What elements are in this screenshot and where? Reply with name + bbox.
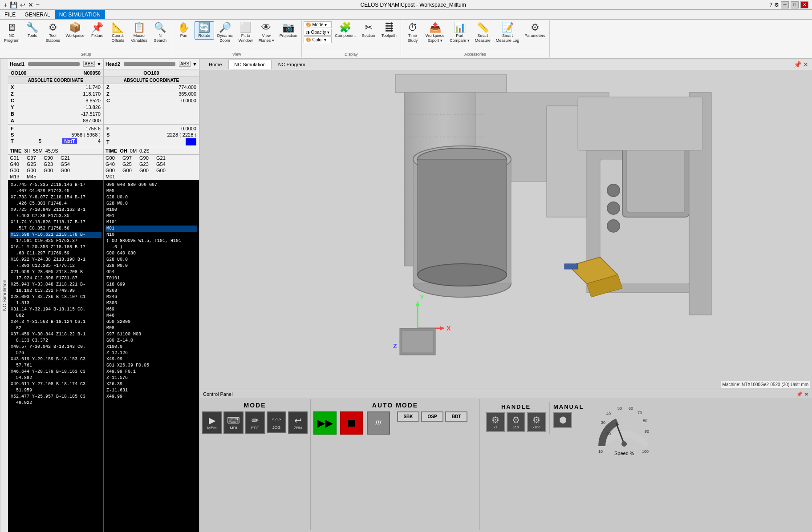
head1-scroll-icon[interactable]: ▼ — [97, 61, 102, 67]
tab-nc-program[interactable]: NC Program — [272, 60, 311, 69]
left-code-line[interactable]: X34.3 Y-31.563 B-18.124 C6.1 — [10, 319, 102, 325]
right-code-line[interactable]: G28 U0.0 — [106, 194, 197, 201]
tab-action-close[interactable]: ✕ — [803, 61, 808, 68]
auto-btn-stop[interactable]: ⏹ — [340, 411, 363, 435]
right-code-line[interactable]: G00 G40 G80 G99 G97 — [106, 182, 197, 188]
undo-icon[interactable]: ↩ — [20, 1, 25, 8]
left-code-line[interactable]: X16.1 Y-20.353 Z118.188 B-17 — [10, 244, 102, 250]
left-code-line[interactable]: X21.659 Y-28.005 Z118.208 B- — [10, 269, 102, 275]
right-code-line[interactable]: N10 — [106, 232, 197, 238]
right-code-line[interactable]: M101 — [106, 219, 197, 226]
left-code-line[interactable]: .68 C11.297 F1769.59 — [10, 250, 102, 257]
right-code-line[interactable]: X49.99 — [106, 356, 197, 363]
bdt-button[interactable]: BDT — [445, 411, 467, 422]
head1-abs-icon[interactable]: ABS — [83, 61, 95, 67]
ribbon-btn-fixture[interactable]: 📌 Fixture — [88, 21, 107, 40]
manual-btn-1[interactable]: ⬢ — [553, 412, 572, 428]
left-code-line[interactable]: X52.477 Y-25.957 B-18.185 C3 — [10, 394, 102, 400]
left-code-line[interactable]: .517 C8.852 F1758.58 — [10, 226, 102, 232]
right-code-line[interactable]: M268 — [106, 288, 197, 294]
left-code-line[interactable]: X43.619 Y-29.159 B-18.153 C3 — [10, 356, 102, 363]
minimize-window-button[interactable]: ─ — [781, 1, 789, 8]
right-code-line[interactable]: X49.99 — [106, 394, 197, 400]
left-code-editor[interactable]: X5.745 Y-5.335 Z118.146 B-17 .407 C4.029… — [8, 180, 104, 532]
save-icon[interactable]: 💾 — [10, 1, 17, 8]
ribbon-btn-toolpath[interactable]: 🛤 Toolpath — [379, 21, 399, 40]
menu-item-nc-simulation[interactable]: NC SIMULATION — [55, 10, 105, 19]
left-code-line[interactable]: X37.459 Y-30.844 Z118.22 B-1 — [10, 331, 102, 338]
left-code-line[interactable]: X46.644 Y-28.179 B-18.163 C3 — [10, 369, 102, 375]
handle-btn-x100[interactable]: ⚙ x100 — [527, 412, 546, 432]
right-code-line[interactable]: X26.39 — [106, 381, 197, 387]
right-code-line[interactable]: Z-11.576 — [106, 375, 197, 381]
tab-nc-simulation[interactable]: NC Simulation — [228, 60, 271, 69]
left-code-line[interactable]: 18.102 C13.232 F749.99 — [10, 288, 102, 294]
tab-action-pin[interactable]: 📌 — [794, 61, 801, 68]
ribbon-btn-smart-measure-log[interactable]: 📝 SmartMeasure Log — [494, 21, 522, 44]
settings-icon[interactable]: ⚙ — [774, 2, 779, 8]
left-code-line[interactable]: X18.922 Y-24.38 Z118.198 B-1 — [10, 257, 102, 263]
opacity-dropdown[interactable]: ◑ Opacity ▾ — [304, 29, 332, 36]
right-code-line[interactable]: G28 W0.0 — [106, 263, 197, 269]
left-code-line[interactable]: X13.598 Y-16.621 Z118.178 B- — [10, 232, 102, 238]
right-code-line[interactable]: T0101 — [106, 275, 197, 282]
auto-btn-slash[interactable]: /// — [367, 411, 390, 435]
tab-home[interactable]: Home — [203, 60, 227, 69]
osp-button[interactable]: OSP — [421, 411, 443, 422]
ribbon-btn-workpiece-export[interactable]: 📤 WorkpieceExport ▾ — [423, 21, 447, 44]
left-code-line[interactable]: 54.882 — [10, 375, 102, 381]
control-panel-pin[interactable]: 📌 — [796, 391, 803, 397]
right-code-line[interactable]: M69 — [106, 306, 197, 313]
color-dropdown[interactable]: 🎨 Color ▾ — [304, 36, 332, 43]
sbk-button[interactable]: SBK — [397, 411, 419, 422]
right-code-line[interactable]: M08 — [106, 325, 197, 331]
left-code-line[interactable]: 49.022 — [10, 400, 102, 406]
right-code-line[interactable]: G18 G99 — [106, 282, 197, 288]
right-code-line[interactable]: .0 ) — [106, 244, 197, 250]
ribbon-btn-nc-program[interactable]: 🖥 NCProgram — [2, 21, 22, 44]
ribbon-btn-pan[interactable]: ✋ Pan — [174, 21, 194, 40]
left-code-line[interactable]: X9.725 Y-10.843 Z118.162 B-1 — [10, 207, 102, 213]
right-code-line[interactable]: X100.0 — [106, 344, 197, 350]
right-code-line[interactable]: M100 — [106, 207, 197, 213]
mode-btn-mem[interactable]: ▶ MEM — [202, 411, 222, 434]
ribbon-btn-rotate[interactable]: 🔄 Rotate — [195, 21, 214, 40]
right-code-editor[interactable]: G00 G40 G80 G99 G97M05G28 U0.0G28 W0.0M1… — [104, 180, 199, 532]
menu-item-file[interactable]: FILE — [0, 10, 20, 19]
close-window-button[interactable]: ✕ — [800, 1, 808, 8]
left-code-line[interactable]: X11.74 Y-13.826 Z118.17 B-17 — [10, 219, 102, 226]
left-code-line[interactable]: X40.57 Y-30.042 B-18.143 C0. — [10, 344, 102, 350]
left-code-line[interactable]: X5.745 Y-5.335 Z118.146 B-17 — [10, 182, 102, 188]
right-code-line[interactable]: G54 — [106, 269, 197, 275]
ribbon-btn-component[interactable]: 🧩 Component — [333, 21, 358, 40]
right-code-line[interactable]: M05 — [106, 188, 197, 194]
right-code-line[interactable]: M303 — [106, 300, 197, 306]
right-code-line[interactable]: G00 G40 G80 — [106, 250, 197, 257]
left-code-line[interactable]: 1.513 — [10, 300, 102, 306]
control-panel-close[interactable]: ✕ — [804, 391, 808, 397]
left-code-line[interactable]: 862 — [10, 313, 102, 319]
right-code-line[interactable]: G28 U0.0 — [106, 257, 197, 263]
handle-btn-x1[interactable]: ⚙ x1 — [486, 412, 505, 432]
left-code-line[interactable]: 7.803 C12.305 F1776.12 — [10, 263, 102, 269]
ribbon-btn-dynamic-zoom[interactable]: 🔎 DynamicZoom — [215, 21, 235, 44]
mode-btn-mdi[interactable]: ⌨ MDI — [223, 411, 244, 434]
ribbon-btn-view-planes[interactable]: 👁 ViewPlanes ▾ — [256, 21, 276, 44]
left-code-line[interactable]: .426 C5.803 F1748.4 — [10, 201, 102, 207]
ribbon-btn-tool-stations[interactable]: ⚙ ToolStations — [43, 21, 63, 44]
left-code-line[interactable]: 51.959 — [10, 387, 102, 394]
ribbon-btn-fit-to-window[interactable]: ⬜ Fit toWindow — [236, 21, 256, 44]
left-code-line[interactable]: X49.611 Y-27.108 B-18.174 C3 — [10, 381, 102, 387]
right-code-line[interactable]: M46 — [106, 313, 197, 319]
minimize-icon[interactable]: ─ — [36, 2, 39, 7]
left-code-line[interactable]: 57.761 — [10, 363, 102, 369]
mode-btn-zrn[interactable]: ↩ ZRN — [288, 411, 308, 434]
ribbon-btn-part-compare[interactable]: 📊 PartCompare ▾ — [447, 21, 472, 44]
auto-btn-start[interactable]: ▶▶ — [313, 411, 337, 435]
left-code-line[interactable]: X28.003 Y-32.736 B-18.107 C1 — [10, 294, 102, 300]
right-code-line[interactable]: M246 — [106, 294, 197, 300]
left-code-line[interactable]: 82 — [10, 325, 102, 331]
left-code-line[interactable]: 17.924 C12.898 F1781.87 — [10, 275, 102, 282]
ribbon-btn-time-study[interactable]: ⏱ TimeStudy — [403, 21, 422, 44]
mode-btn-jog[interactable]: 〰 JOG — [267, 411, 286, 433]
